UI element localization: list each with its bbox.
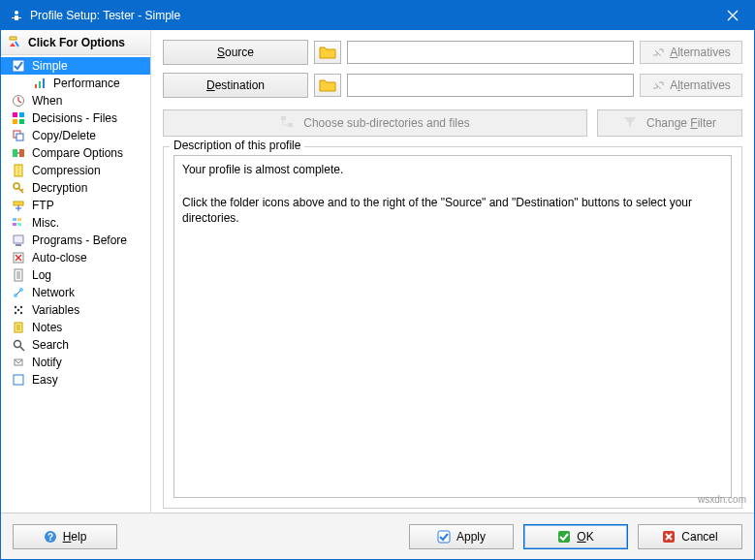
sidebar-item-label: Copy/Delete [32,129,96,142]
destination-folder-button[interactable] [314,74,341,97]
grid-icon [11,110,26,126]
sidebar-item-label: Log [32,268,51,282]
svg-point-0 [15,11,18,15]
sidebar-item-log[interactable]: Log [1,266,150,284]
choose-subdirs-label: Choose sub-directories and files [303,116,469,130]
cancel-button[interactable]: Cancel [638,524,742,549]
autoclose-icon [11,250,26,265]
destination-label-rest: estination [215,78,265,92]
sidebar-item-label: Decryption [32,181,87,195]
source-label-rest: ource [225,46,254,59]
sidebar-item-misc-[interactable]: Misc. [1,214,150,232]
sidebar-item-label: Programs - Before [32,233,127,247]
svg-rect-14 [13,149,17,157]
sidebar-item-label: Search [32,338,69,352]
destination-path-input[interactable] [347,74,634,97]
description-box: Your profile is almost complete. Click t… [173,155,732,498]
notify-icon [11,355,26,370]
sidebar-item-notes[interactable]: Notes [1,319,150,336]
options-icon [7,35,22,50]
svg-rect-37 [14,375,23,385]
source-button[interactable]: Source [163,40,308,65]
svg-rect-15 [19,149,24,157]
sidebar-item-label: Network [32,286,75,299]
sidebar-item-compare-options[interactable]: Compare Options [1,144,150,162]
apply-button[interactable]: Apply [409,524,514,549]
svg-point-35 [15,341,21,348]
help-icon: ? [44,530,57,544]
copy-icon [11,128,26,143]
description-fieldset: Description of this profile Your profile… [163,146,742,509]
cancel-label: Cancel [681,530,717,544]
sidebar-item-search[interactable]: Search [1,336,150,354]
sidebar-item-label: Auto-close [32,251,87,264]
svg-point-32 [20,312,22,314]
sidebar-item-decisions-files[interactable]: Decisions - Files [1,109,150,127]
change-filter-button: Change Filter [597,109,742,137]
svg-rect-39 [288,123,293,127]
source-folder-button[interactable] [314,41,341,64]
svg-rect-10 [13,119,17,124]
sidebar-item-label: FTP [32,199,54,212]
sidebar-item-label: Easy [32,373,58,387]
apply-icon [437,530,451,544]
destination-button[interactable]: Destination [163,73,308,98]
svg-rect-4 [35,84,37,88]
sidebar-item-notify[interactable]: Notify [1,354,150,371]
ok-icon [557,530,571,544]
ftp-icon [11,198,26,213]
sidebar-item-compression[interactable]: Compression [1,162,150,179]
sidebar-item-simple[interactable]: Simple [1,57,150,75]
svg-rect-26 [15,269,22,281]
help-button[interactable]: ? Help [13,524,117,549]
sidebar-item-auto-close[interactable]: Auto-close [1,249,150,266]
sidebar-item-easy[interactable]: Easy [1,371,150,389]
sidebar-item-label: Compare Options [32,146,123,160]
title-bar: Profile Setup: Tester - Simple [1,1,754,30]
svg-rect-42 [438,531,450,543]
misc-icon [11,215,26,231]
sidebar-item-variables[interactable]: Variables [1,301,150,319]
svg-rect-23 [14,235,23,243]
sidebar-item-ftp[interactable]: FTP [1,197,150,214]
sidebar-item-performance[interactable]: Performance [1,75,150,92]
sidebar-item-network[interactable]: Network [1,284,150,301]
svg-rect-22 [17,223,21,226]
svg-rect-18 [14,202,23,205]
sidebar-item-when[interactable]: When [1,92,150,109]
close-button[interactable] [710,1,754,30]
click-for-options[interactable]: Click For Options [1,30,150,55]
bars-icon [32,76,47,91]
sidebar-item-label: Simple [32,59,68,73]
footer: ? Help Apply OK Cancel [1,513,754,559]
window-title: Profile Setup: Tester - Simple [30,9,710,22]
svg-rect-20 [17,218,21,221]
sidebar: Click For Options SimplePerformanceWhenD… [1,30,151,513]
sidebar-item-decryption[interactable]: Decryption [1,179,150,197]
description-line-1: Your profile is almost complete. [182,162,723,178]
sidebar-item-copy-delete[interactable]: Copy/Delete [1,127,150,144]
sidebar-item-label: Performance [53,77,120,90]
cancel-icon [662,530,676,544]
svg-point-29 [15,306,16,308]
tree-icon [280,115,296,131]
svg-point-30 [20,306,22,308]
compress-icon [11,163,26,178]
source-alternatives-button: Alternatives [640,41,742,64]
easy-icon [11,372,26,388]
search-icon [11,337,26,353]
network-icon [11,285,26,300]
svg-rect-19 [13,218,16,221]
check-icon [11,58,26,74]
source-path-input[interactable] [347,41,634,64]
svg-rect-8 [13,112,17,117]
description-line-2: Click the folder icons above and to the … [182,195,723,228]
ok-button[interactable]: OK [523,524,628,549]
svg-rect-21 [13,223,16,226]
key-icon [11,180,26,196]
svg-rect-2 [12,17,21,18]
app-icon [9,8,24,23]
sidebar-item-programs-before[interactable]: Programs - Before [1,232,150,249]
sidebar-item-label: Compression [32,164,101,177]
choose-subdirectories-button: Choose sub-directories and files [163,109,587,137]
